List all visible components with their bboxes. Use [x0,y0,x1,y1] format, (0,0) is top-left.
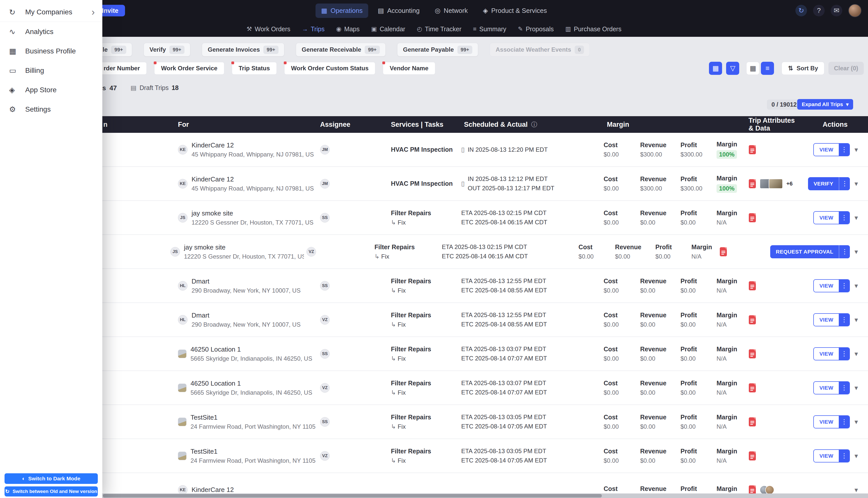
sidebar-item[interactable]: ↻ My Companies [0,2,102,22]
sidebar-item[interactable]: ◈ App Store [0,80,102,100]
bulk-action-button[interactable]: Associate Weather Events 0 [490,43,590,56]
filter-chip[interactable]: Vendor Name [383,62,435,75]
expand-row-icon[interactable] [854,316,858,324]
pdf-attachment-icon[interactable] [749,315,756,325]
photo-thumbnail[interactable] [769,179,783,189]
expand-row-icon[interactable] [854,282,858,290]
bulk-action-button[interactable]: Generate Payable 99+ [397,43,478,56]
sort-by-button[interactable]: Sort By [781,62,824,75]
primary-nav-tab[interactable]: ◎ Network [429,3,473,18]
help-button[interactable] [813,5,825,16]
row-menu-button[interactable] [839,177,850,190]
sidebar-item-label: Billing [25,67,44,75]
row-menu-button[interactable] [839,314,849,326]
actions-cell: VIEW [801,269,868,302]
sidebar-item[interactable]: ▭ Billing [0,61,102,80]
secondary-nav-item[interactable]: ◴ Time Tracker [417,25,461,33]
row-action-button[interactable]: VIEW [814,280,839,292]
messages-button[interactable] [831,5,842,16]
bulk-action-count-badge: 99+ [169,45,184,54]
version-switch-button[interactable]: Switch between Old and New version [4,486,98,497]
primary-nav-tab[interactable]: ◈ Product & Services [477,3,552,18]
row-menu-button[interactable] [839,416,849,428]
pdf-attachment-icon[interactable] [720,247,727,257]
row-action-button[interactable]: VIEW [814,382,839,394]
row-menu-button[interactable] [839,382,849,394]
expand-row-icon[interactable] [854,452,858,460]
row-menu-button[interactable] [839,245,850,258]
filter-chip[interactable]: Work Order Service [154,62,224,75]
trips-table-body: KE KinderCare 12 45 Whippany Road, Whipp… [0,133,868,494]
pdf-attachment-icon[interactable] [749,145,756,155]
expand-row-icon[interactable] [854,486,858,494]
row-action-button[interactable]: VIEW [814,144,839,156]
row-action-button[interactable]: VIEW [814,314,839,326]
secondary-nav-item[interactable]: ⚒ Work Orders [247,25,290,33]
pdf-attachment-icon[interactable] [749,179,756,188]
filter-chip[interactable]: Work Order Custom Status [284,62,376,75]
expand-row-icon[interactable] [854,418,858,426]
table-view-icon [750,64,757,72]
bulk-action-button[interactable]: Generate Receivable 99+ [296,43,386,56]
bulk-action-button[interactable]: Generate Invoices 99+ [202,43,284,56]
filter-chip-label: Work Order Service [161,65,218,72]
expand-row-icon[interactable] [854,180,858,188]
operations-icon: ▦ [321,7,327,15]
row-menu-button[interactable] [839,348,849,360]
expand-row-icon[interactable] [854,350,858,358]
secondary-nav-item[interactable]: ≡ Summary [473,25,506,33]
row-action-button[interactable]: VIEW [814,416,839,428]
expand-row-icon[interactable] [854,248,858,256]
pdf-attachment-icon[interactable] [749,213,756,223]
primary-nav-tab[interactable]: ▤ Accounting [372,3,425,18]
expand-row-icon[interactable] [854,384,858,392]
expand-row-icon[interactable] [854,146,858,154]
expand-row-icon[interactable] [854,214,858,222]
dark-mode-toggle-button[interactable]: Switch to Dark Mode [4,473,98,484]
draft-trips-tab[interactable]: Draft Trips 18 [131,84,179,91]
row-action-button[interactable]: VERIFY [808,177,839,190]
horizontal-scrollbar-thumb[interactable] [103,494,602,498]
kanban-view-button[interactable] [709,62,722,75]
user-avatar[interactable] [849,4,862,17]
table-view-button[interactable] [746,62,759,75]
expand-all-trips-button[interactable]: Expand All Trips [797,99,853,110]
row-action-button[interactable]: VIEW [814,450,839,462]
pdf-attachment-icon[interactable] [749,281,756,291]
filter-button[interactable] [726,62,739,75]
secondary-nav-item[interactable]: ▥ Purchase Orders [565,25,621,33]
row-action-button[interactable]: REQUEST APPROVAL [770,245,839,258]
photo-attachments[interactable] [760,179,783,189]
pdf-attachment-icon[interactable] [749,417,756,427]
row-action-button[interactable]: VIEW [814,348,839,360]
scheduled-line-1: IN 2025-08-13 12:12 PM EDT [468,175,554,182]
row-action-button[interactable]: VIEW [814,212,839,224]
pdf-attachment-icon[interactable] [749,451,756,461]
sync-button[interactable] [795,5,807,16]
clear-filters-button[interactable]: Clear (0) [828,62,864,75]
row-menu-button[interactable] [839,280,849,292]
bulk-action-button[interactable]: Verify 99+ [144,43,190,56]
sidebar-item[interactable]: ⚙ Settings [0,100,102,119]
secondary-nav-item[interactable]: → Trips [302,25,325,33]
more-attachments-count[interactable]: +6 [786,181,793,187]
list-view-button[interactable] [761,62,774,75]
horizontal-scrollbar[interactable] [102,494,868,498]
filter-chip[interactable]: Trip Status [232,62,277,75]
pdf-attachment-icon[interactable] [749,383,756,393]
row-menu-button[interactable] [839,450,849,462]
filter-chip-label: Work Order Custom Status [291,65,369,72]
sidebar-item[interactable]: ∿ Analytics [0,22,102,41]
sidebar-item[interactable]: ▦ Business Profile [0,41,102,61]
pdf-attachment-icon[interactable] [749,349,756,359]
info-icon[interactable] [531,120,537,129]
secondary-nav-item[interactable]: ▣ Calendar [371,25,405,33]
primary-nav-tab[interactable]: ▦ Operations [316,3,368,18]
secondary-nav-item[interactable]: ✎ Proposals [518,25,554,33]
secondary-nav-item[interactable]: ◉ Maps [336,25,360,33]
trips-tab[interactable]: s 47 [102,84,117,92]
trip-row: HL Dmart 290 Broadway, New York, NY 1000… [0,269,868,303]
row-menu-button[interactable] [839,212,849,224]
row-menu-button[interactable] [839,144,849,156]
pdf-attachment-icon[interactable] [749,485,756,494]
